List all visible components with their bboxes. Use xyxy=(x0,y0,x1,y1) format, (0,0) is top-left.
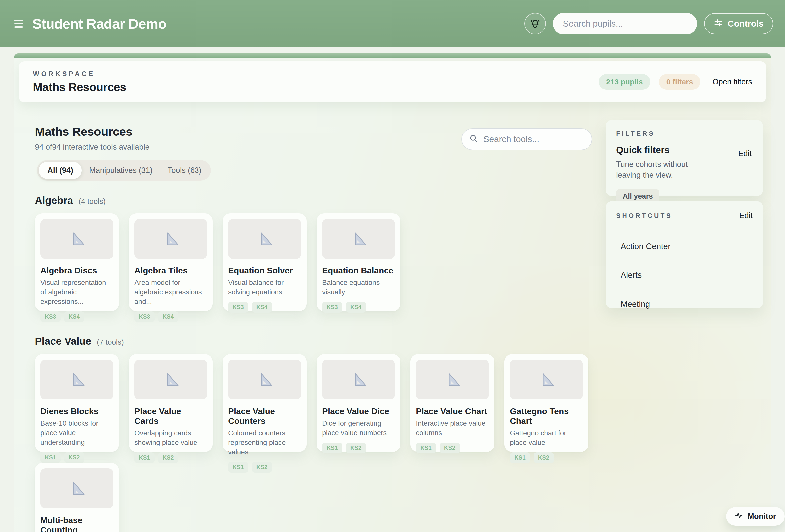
tool-card[interactable]: Place Value CardsOverlapping cards showi… xyxy=(129,354,213,452)
shortcut-item-meeting[interactable]: Meeting xyxy=(616,299,753,309)
tool-card[interactable]: Algebra TilesArea model for algebraic ex… xyxy=(129,213,213,311)
algebra-section: Algebra (4 tools) Algebra DiscsVisual re… xyxy=(35,195,602,311)
active-filters-badge: 0 filters xyxy=(659,74,701,89)
tools-search-input[interactable] xyxy=(483,134,584,144)
workspace-header-card: WORKSPACE Maths Resources 213 pupils 0 f… xyxy=(19,61,766,102)
quick-filters-description: Tune cohorts without leaving the view. xyxy=(616,159,711,181)
pupil-search-input[interactable] xyxy=(553,13,697,34)
tool-card[interactable]: Dienes BlocksBase-10 blocks for place va… xyxy=(35,354,119,452)
tool-card[interactable]: Algebra DiscsVisual representation of al… xyxy=(35,213,119,311)
shortcut-item-action-center[interactable]: Action Center xyxy=(616,242,753,251)
key-stage-badge: KS2 xyxy=(64,452,84,463)
section-count: (7 tools) xyxy=(97,338,124,346)
filters-eyebrow: FILTERS xyxy=(616,130,753,137)
section-title: Algebra xyxy=(35,195,73,206)
tool-title: Algebra Tiles xyxy=(134,266,207,275)
set-square-icon xyxy=(163,372,179,388)
algebra-cards-grid: Algebra DiscsVisual representation of al… xyxy=(35,213,602,311)
tool-description: Area model for algebraic expressions and… xyxy=(134,278,207,307)
tool-thumbnail xyxy=(134,360,207,399)
set-square-icon xyxy=(163,231,179,247)
key-stage-badges: KS1KS2 xyxy=(134,452,207,463)
key-stage-badge: KS2 xyxy=(534,452,554,463)
search-icon xyxy=(470,134,478,144)
key-stage-badge: KS4 xyxy=(252,302,272,313)
tool-thumbnail xyxy=(41,360,113,399)
open-filters-button[interactable]: Open filters xyxy=(712,77,752,86)
sliders-icon xyxy=(714,18,723,29)
filters-edit-button[interactable]: Edit xyxy=(738,149,752,158)
key-stage-badge: KS4 xyxy=(346,302,366,313)
tool-card[interactable]: Multi-base CountingCounting in different xyxy=(35,463,119,532)
tool-description: Overlapping cards showing place value xyxy=(134,428,207,447)
tool-thumbnail xyxy=(41,469,113,508)
key-stage-badge: KS1 xyxy=(510,452,530,463)
key-stage-badges: KS3KS4 xyxy=(228,302,301,313)
set-square-icon xyxy=(69,480,85,496)
tool-description: Balance equations visually xyxy=(322,278,395,297)
tool-title: Dienes Blocks xyxy=(41,406,113,416)
tools-section-title: Maths Resources xyxy=(35,125,132,138)
key-stage-badges: KS3KS4 xyxy=(322,302,395,313)
set-square-icon xyxy=(445,372,460,388)
set-square-icon xyxy=(69,231,85,247)
tool-card[interactable]: Place Value DiceDice for generating plac… xyxy=(316,354,401,452)
menu-button[interactable] xyxy=(15,18,25,29)
tools-search xyxy=(461,128,592,150)
tool-title: Algebra Discs xyxy=(41,266,113,275)
set-square-icon xyxy=(257,231,273,247)
shortcuts-panel: SHORTCUTS Edit Action Center Alerts Meet… xyxy=(606,201,763,309)
tool-description: Visual representation of algebraic expre… xyxy=(41,278,113,307)
bell-icon xyxy=(530,18,540,30)
tool-title: Gattegno Tens Chart xyxy=(510,406,583,426)
shortcuts-eyebrow: SHORTCUTS xyxy=(616,212,673,220)
key-stage-badge: KS4 xyxy=(158,312,178,322)
key-stage-badge: KS3 xyxy=(41,312,61,322)
workspace-title: Maths Resources xyxy=(33,80,126,94)
tool-description: Base-10 blocks for place value understan… xyxy=(41,419,113,447)
tool-card[interactable]: Gattegno Tens ChartGattegno chart for pl… xyxy=(504,354,588,452)
sheet-top-bar xyxy=(14,53,771,58)
tool-card[interactable]: Equation BalanceBalance equations visual… xyxy=(316,213,401,311)
set-square-icon xyxy=(69,372,85,388)
key-stage-badge: KS2 xyxy=(346,443,366,453)
tab-all[interactable]: All (94) xyxy=(39,162,82,179)
key-stage-badges: KS3KS4 xyxy=(134,312,207,322)
key-stage-badge: KS1 xyxy=(228,462,248,473)
tool-thumbnail xyxy=(510,360,583,399)
tool-description: Dice for generating place value numbers xyxy=(322,419,395,438)
tab-tools[interactable]: Tools (63) xyxy=(160,162,209,179)
tool-title: Place Value Chart xyxy=(416,406,489,416)
key-stage-badge: KS1 xyxy=(134,452,155,463)
tool-title: Equation Balance xyxy=(322,266,395,275)
tool-card[interactable]: Equation SolverVisual balance for solvin… xyxy=(223,213,307,311)
app-header: Student Radar Demo Controls xyxy=(0,0,785,47)
tab-manipulatives[interactable]: Manipulatives (31) xyxy=(82,162,160,179)
monitor-button[interactable]: Monitor xyxy=(726,507,785,526)
key-stage-badges: KS1KS2 xyxy=(228,462,301,473)
tool-thumbnail xyxy=(41,219,113,259)
tools-availability-subtitle: 94 of94 interactive tools available xyxy=(35,143,149,152)
tool-card[interactable]: Place Value CountersColoured counters re… xyxy=(223,354,307,452)
tool-title: Place Value Cards xyxy=(134,406,207,426)
set-square-icon xyxy=(257,372,273,388)
tool-title: Multi-base Counting xyxy=(41,515,113,532)
key-stage-badge: KS3 xyxy=(322,302,342,313)
key-stage-badge: KS3 xyxy=(228,302,248,313)
tools-tabs: All (94) Manipulatives (31) Tools (63) xyxy=(37,160,211,181)
key-stage-badge: KS1 xyxy=(41,452,61,463)
key-stage-badges: KS3KS4 xyxy=(41,312,113,322)
controls-button[interactable]: Controls xyxy=(704,13,773,34)
tool-thumbnail xyxy=(322,219,395,259)
tool-thumbnail xyxy=(228,360,301,399)
key-stage-badges: KS1KS2 xyxy=(416,443,489,453)
shortcut-item-alerts[interactable]: Alerts xyxy=(616,270,753,280)
tool-title: Equation Solver xyxy=(228,266,301,275)
tool-card[interactable]: Place Value ChartInteractive place value… xyxy=(410,354,495,452)
section-count: (4 tools) xyxy=(79,197,106,206)
tool-description: Coloured counters representing place val… xyxy=(228,428,301,457)
shortcuts-edit-button[interactable]: Edit xyxy=(739,211,753,220)
pupils-count-badge: 213 pupils xyxy=(599,74,651,89)
notifications-button[interactable] xyxy=(524,13,546,34)
set-square-icon xyxy=(538,372,554,388)
